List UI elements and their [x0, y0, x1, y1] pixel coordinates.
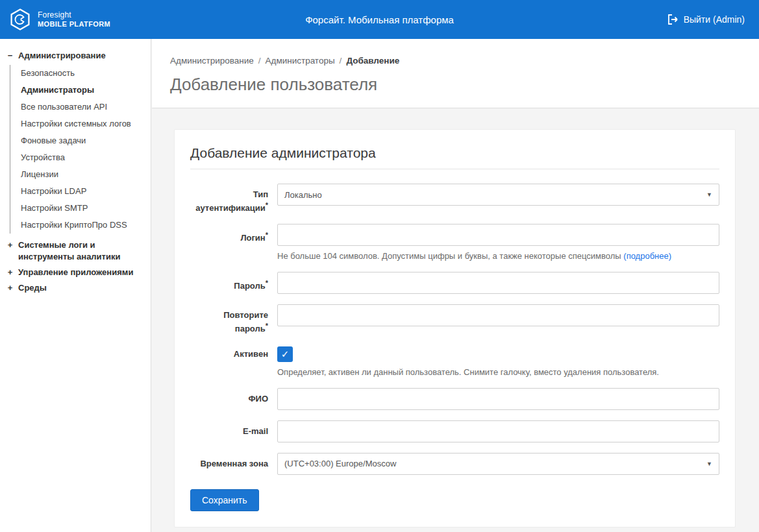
auth-type-select[interactable]: Локально ▼ — [277, 184, 719, 206]
form-row-password: Пароль* — [190, 272, 719, 294]
breadcrumb: Администрирование / Администраторы / Доб… — [170, 56, 741, 66]
form-row-auth-type: Тип аутентификации* Локально ▼ — [190, 184, 719, 213]
sidebar-item-cryptopro-dss[interactable]: Настройки КриптоПро DSS — [21, 217, 145, 234]
required-asterisk: * — [266, 201, 268, 209]
form-row-fio: ФИО — [190, 388, 719, 410]
sidebar-item-label: Управление приложениями — [18, 267, 133, 278]
form-row-password-repeat: Повторите пароль* — [190, 304, 719, 334]
sidebar-item-label: Администрирование — [18, 50, 106, 62]
auth-type-selected-value: Локально — [284, 190, 322, 200]
timezone-label: Временная зона — [190, 453, 268, 469]
main-content: Администрирование / Администраторы / Доб… — [152, 39, 759, 532]
active-checkbox[interactable]: ✓ — [277, 346, 293, 362]
sidebar-item-system-logs-settings[interactable]: Настройки системных логов — [21, 115, 145, 132]
login-label: Логин* — [190, 224, 268, 243]
chevron-down-icon: ▼ — [706, 191, 712, 198]
sidebar-item-background-tasks[interactable]: Фоновые задачи — [21, 132, 145, 149]
form-row-email: E-mail — [190, 420, 719, 442]
active-label: Активен — [190, 345, 268, 359]
password-label: Пароль* — [190, 272, 268, 291]
required-asterisk: * — [266, 322, 268, 330]
sidebar-nav: − Администрирование Безопасность Админис… — [0, 39, 151, 532]
sidebar-item-label: Среды — [18, 282, 47, 294]
expand-icon[interactable]: + — [6, 282, 14, 294]
sidebar-item-environments[interactable]: + Среды — [6, 280, 145, 296]
expand-icon[interactable]: + — [6, 239, 14, 251]
sidebar-item-system-logs-analytics[interactable]: + Системные логи и инструменты аналитики — [6, 237, 145, 265]
add-admin-card: Добавление администратора Тип аутентифик… — [174, 129, 736, 527]
logout-icon — [667, 14, 678, 25]
login-hint-more-link[interactable]: (подробнее) — [623, 251, 671, 261]
expand-icon[interactable]: + — [6, 267, 14, 278]
auth-type-label: Тип аутентификации* — [190, 184, 268, 213]
logout-label: Выйти (Admin) — [684, 14, 745, 25]
sidebar-item-devices[interactable]: Устройства — [21, 149, 145, 166]
breadcrumb-separator: / — [258, 56, 261, 66]
sidebar-item-api-users[interactable]: Все пользователи API — [21, 99, 145, 115]
sidebar-item-licenses[interactable]: Лицензии — [21, 166, 145, 183]
sidebar-item-app-management[interactable]: + Управление приложениями — [6, 265, 145, 280]
breadcrumb-item-administration[interactable]: Администрирование — [170, 56, 254, 66]
logout-button[interactable]: Выйти (Admin) — [667, 14, 759, 25]
card-title: Добавление администратора — [190, 145, 719, 169]
sidebar-item-administrators[interactable]: Администраторы — [21, 82, 145, 99]
chevron-down-icon: ▼ — [706, 461, 712, 467]
save-button[interactable]: Сохранить — [190, 489, 259, 511]
sidebar-item-smtp-settings[interactable]: Настройки SMTP — [21, 200, 145, 217]
form-row-login: Логин* Не больше 104 символов. Допустимы… — [190, 224, 719, 261]
foresight-logo-icon — [8, 8, 32, 31]
fio-label: ФИО — [190, 388, 268, 404]
form-row-timezone: Временная зона (UTC+03:00) Europe/Moscow… — [190, 453, 719, 475]
sidebar-item-label: Системные логи и инструменты аналитики — [18, 239, 145, 263]
app-header: Foresight MOBILE PLATFORM Форсайт. Мобил… — [0, 0, 759, 39]
timezone-select[interactable]: (UTC+03:00) Europe/Moscow ▼ — [277, 453, 719, 475]
password-repeat-label: Повторите пароль* — [190, 304, 268, 334]
collapse-icon[interactable]: − — [6, 50, 14, 62]
page-title: Добавление пользователя — [170, 75, 741, 95]
logo-text-line1: Foresight — [38, 11, 110, 20]
password-input[interactable] — [277, 272, 719, 294]
active-hint: Определяет, активен ли данный пользовате… — [277, 367, 719, 378]
administration-subtree: Безопасность Администраторы Все пользова… — [10, 65, 145, 234]
email-input[interactable] — [277, 420, 719, 442]
sidebar-item-administration[interactable]: − Администрирование — [6, 48, 145, 64]
breadcrumb-item-current: Добавление — [346, 56, 399, 66]
form-row-active: Активен ✓ Определяет, активен ли данный … — [190, 345, 719, 378]
sidebar-item-ldap-settings[interactable]: Настройки LDAP — [21, 183, 145, 200]
logo-text-line2: MOBILE PLATFORM — [38, 20, 110, 29]
breadcrumb-separator: / — [340, 56, 342, 66]
login-hint: Не больше 104 символов. Допустимы цифры … — [277, 250, 719, 261]
required-asterisk: * — [266, 279, 268, 287]
breadcrumb-item-administrators[interactable]: Администраторы — [266, 56, 335, 66]
timezone-selected-value: (UTC+03:00) Europe/Moscow — [284, 459, 396, 468]
login-input[interactable] — [277, 224, 719, 246]
app-logo[interactable]: Foresight MOBILE PLATFORM — [0, 8, 151, 31]
page-head: Администрирование / Администраторы / Доб… — [152, 39, 759, 108]
password-repeat-input[interactable] — [277, 304, 719, 326]
email-label: E-mail — [190, 420, 268, 437]
required-asterisk: * — [266, 231, 268, 239]
fio-input[interactable] — [277, 388, 719, 410]
checkmark-icon: ✓ — [281, 348, 290, 360]
sidebar-item-security[interactable]: Безопасность — [21, 65, 145, 82]
